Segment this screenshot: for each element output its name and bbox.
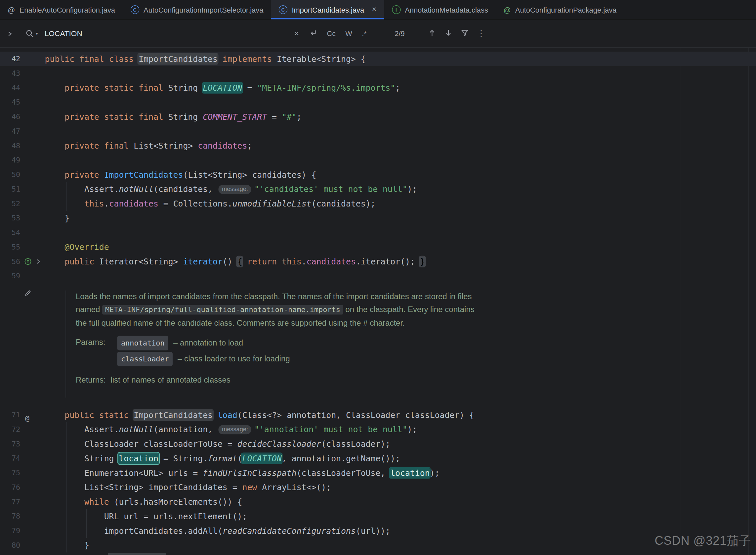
- code-rows: 42public final class ImportCandidates im…: [0, 52, 756, 552]
- gutter[interactable]: 74: [0, 451, 45, 466]
- code-line-56[interactable]: 56 public Iterator<String> iterator() { …: [0, 254, 756, 269]
- code-line-80[interactable]: 80 }: [0, 538, 756, 553]
- tab-autoconfigurationpackage-java[interactable]: @AutoConfigurationPackage.java: [496, 0, 624, 19]
- code-line-52[interactable]: 52 this.candidates = Collections.unmodif…: [0, 196, 756, 211]
- gutter[interactable]: 72: [0, 422, 45, 437]
- code-token: new: [242, 482, 262, 492]
- line-number: 51: [0, 182, 20, 197]
- implementing-method-gutter-icon[interactable]: [24, 258, 32, 265]
- code-line-43[interactable]: 43: [0, 66, 756, 81]
- code-token: this: [84, 199, 104, 209]
- code-line-74[interactable]: 74 String location = String.format(LOCAT…: [0, 451, 756, 466]
- code-line-44[interactable]: 44 private static final String LOCATION …: [0, 80, 756, 95]
- code-line-47[interactable]: 47: [0, 124, 756, 139]
- code-token: while: [84, 497, 109, 507]
- gutter[interactable]: 54: [0, 225, 45, 240]
- occurrence-highlight: ImportCandidates: [139, 54, 218, 63]
- tab-annotationmetadata-class[interactable]: IAnnotationMetadata.class: [384, 0, 496, 19]
- code-line-76[interactable]: 76 List<String> importCandidates = new A…: [0, 480, 756, 495]
- code-token: notNull: [119, 184, 153, 194]
- code-line-77[interactable]: 77 while (urls.hasMoreElements()) {: [0, 495, 756, 509]
- code-line-75[interactable]: 75 Enumeration<URL> urls = findUrlsInCla…: [0, 466, 756, 480]
- code-line-59[interactable]: 59: [0, 269, 756, 283]
- expand-find-options-icon[interactable]: [0, 30, 19, 37]
- gutter[interactable]: 46: [0, 110, 45, 124]
- gutter[interactable]: 51: [0, 182, 45, 197]
- search-match: LOCATION: [242, 454, 282, 463]
- gutter[interactable]: 42: [0, 52, 45, 66]
- match-case-toggle[interactable]: Cc: [327, 30, 336, 38]
- next-match-icon[interactable]: [444, 29, 453, 39]
- code-text: ClassLoader classLoaderToUse = decideCla…: [45, 436, 756, 451]
- code-token: );: [408, 425, 417, 434]
- code-line-78[interactable]: 78 URL url = urls.nextElement();: [0, 509, 756, 523]
- gutter[interactable]: 45: [0, 95, 45, 110]
- tab-importcandidates-java[interactable]: CImportCandidates.java×: [271, 0, 384, 19]
- code-token: [45, 112, 65, 122]
- gutter[interactable]: 49: [0, 153, 45, 167]
- gutter[interactable]: 53: [0, 211, 45, 225]
- javadoc-code-span: META-INF/spring/full-qualified-annotatio…: [102, 305, 343, 314]
- editor-tab-bar: @EnableAutoConfiguration.javaCAutoConfig…: [0, 0, 756, 20]
- code-line-54[interactable]: 54: [0, 225, 756, 240]
- code-token: = String.: [158, 454, 208, 463]
- fold-arrow-icon[interactable]: [35, 258, 41, 265]
- code-token: [45, 170, 65, 179]
- gutter[interactable]: 50: [0, 167, 45, 182]
- code-line-46[interactable]: 46 private static final String COMMENT_S…: [0, 110, 756, 124]
- code-line-50[interactable]: 50 private ImportCandidates(List<String>…: [0, 167, 756, 182]
- code-line-51[interactable]: 51 Assert.notNull(candidates, message:"'…: [0, 182, 756, 197]
- code-line-73[interactable]: 73 ClassLoader classLoaderToUse = decide…: [0, 436, 756, 451]
- code-token: format: [208, 454, 237, 463]
- gutter[interactable]: 47: [0, 124, 45, 139]
- gutter[interactable]: 78: [0, 509, 45, 523]
- code-line-45[interactable]: 45: [0, 95, 756, 110]
- gutter[interactable]: 48: [0, 138, 45, 153]
- tab-enableautoconfiguration-java[interactable]: @EnableAutoConfiguration.java: [0, 0, 123, 19]
- more-options-icon[interactable]: ⋮: [477, 29, 485, 39]
- clear-search-icon[interactable]: ×: [294, 29, 299, 38]
- edit-doc-comment-icon[interactable]: [24, 289, 32, 297]
- code-line-71[interactable]: 71@ public static ImportCandidates load(…: [0, 408, 756, 422]
- code-line-53[interactable]: 53 }: [0, 211, 756, 225]
- code-line-72[interactable]: 72 Assert.notNull(annotation, message:"'…: [0, 422, 756, 437]
- gutter[interactable]: 56: [0, 254, 45, 269]
- close-tab-icon[interactable]: ×: [372, 6, 377, 13]
- gutter[interactable]: 43: [0, 66, 45, 81]
- code-line-55[interactable]: 55 @Override: [0, 240, 756, 255]
- gutter[interactable]: 44: [0, 80, 45, 95]
- code-line-42[interactable]: 42public final class ImportCandidates im…: [0, 52, 756, 66]
- gutter[interactable]: 80: [0, 538, 45, 553]
- previous-match-icon[interactable]: [428, 29, 436, 39]
- gutter[interactable]: 75: [0, 466, 45, 480]
- words-toggle[interactable]: W: [345, 30, 352, 38]
- code-token: return: [247, 257, 282, 266]
- gutter[interactable]: 76: [0, 480, 45, 495]
- tab-autoconfigurationimportselector-java[interactable]: CAutoConfigurationImportSelector.java: [123, 0, 271, 19]
- search-input[interactable]: ▾ LOCATION: [19, 29, 294, 38]
- gutter: [0, 283, 45, 408]
- search-query-text: LOCATION: [45, 29, 82, 38]
- code-token: String: [168, 112, 203, 122]
- search-history-chevron-icon[interactable]: ▾: [36, 31, 38, 36]
- code-token: decideClassloader: [237, 439, 322, 449]
- regex-toggle[interactable]: .*: [362, 30, 367, 38]
- filter-icon[interactable]: [461, 29, 469, 39]
- code-line-48[interactable]: 48 private final List<String> candidates…: [0, 138, 756, 153]
- gutter[interactable]: 55: [0, 240, 45, 255]
- code-line-49[interactable]: 49: [0, 153, 756, 167]
- gutter[interactable]: 79: [0, 523, 45, 538]
- code-token: (candidates,: [153, 184, 218, 194]
- javadoc-returns: Returns:list of names of annotated class…: [76, 373, 478, 386]
- gutter[interactable]: 59: [0, 269, 45, 283]
- code-editor[interactable]: 42public final class ImportCandidates im…: [0, 48, 756, 555]
- gutter[interactable]: 73: [0, 436, 45, 451]
- gutter[interactable]: 52: [0, 196, 45, 211]
- gutter[interactable]: 77: [0, 495, 45, 509]
- gutter[interactable]: 71@: [0, 408, 45, 422]
- search-icon: [25, 29, 35, 38]
- newline-icon[interactable]: [309, 29, 317, 39]
- code-line-79[interactable]: 79 importCandidates.addAll(readCandidate…: [0, 523, 756, 538]
- javadoc-params: Params:annotation– annotation to loadcla…: [76, 336, 478, 366]
- line-number: 50: [0, 167, 20, 182]
